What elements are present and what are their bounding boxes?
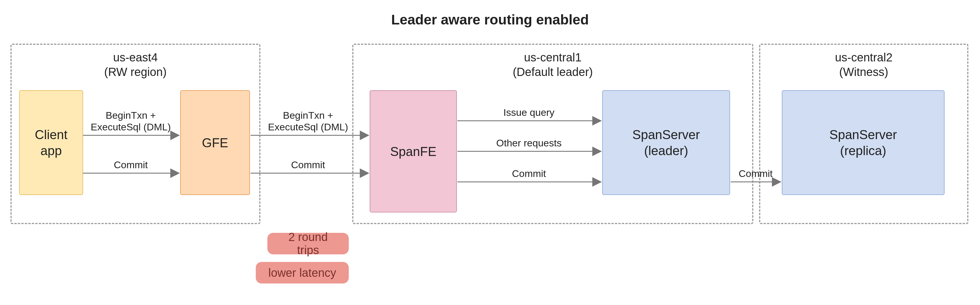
region-name: us-central2 [835,51,892,64]
region-label-us-central1: us-central1 (Default leader) [353,50,752,79]
pill-round-trips: 2 round trips [267,233,349,254]
box-client-app: Client app [19,90,83,195]
edge-label: BeginTxn + [283,110,333,121]
region-label-us-central2: us-central2 (Witness) [760,50,967,79]
region-role: (Default leader) [513,65,593,78]
region-role: (Witness) [839,65,888,78]
box-gfe: GFE [180,90,250,195]
edge-label: Commit [291,159,325,170]
box-spanserver-leader: SpanServer (leader) [602,90,730,195]
box-spanserver-replica: SpanServer (replica) [782,90,945,195]
region-name: us-central1 [524,51,582,64]
region-label-us-east4: us-east4 (RW region) [12,50,259,79]
diagram-canvas: Leader aware routing enabled us-east4 (R… [0,0,980,305]
pill-lower-latency: lower latency [256,262,349,283]
diagram-title: Leader aware routing enabled [0,12,980,28]
region-role: (RW region) [104,65,167,78]
region-name: us-east4 [113,51,158,64]
edge-label: ExecuteSql (DML) [268,121,348,133]
box-spanfe: SpanFE [370,90,457,212]
